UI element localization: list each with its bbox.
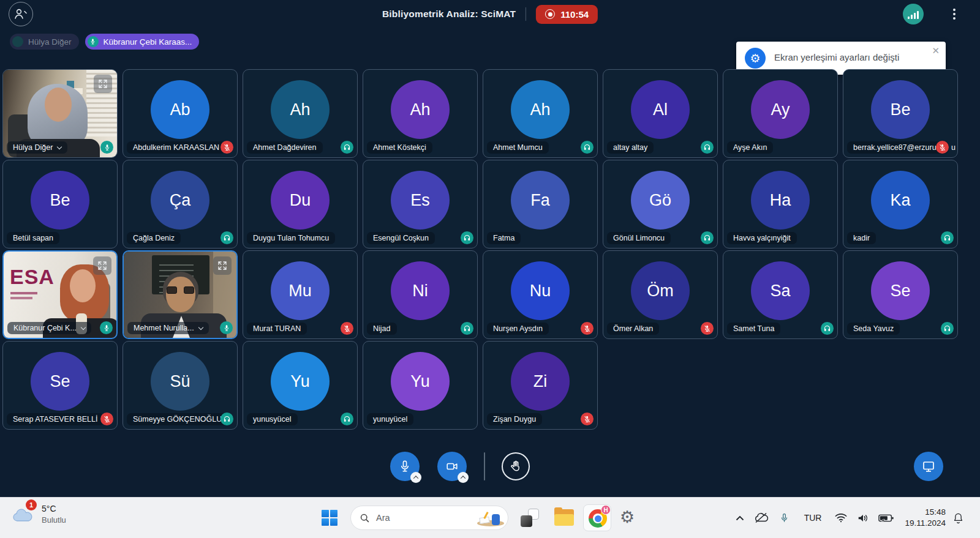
participant-tile[interactable]: DuDuygu Tulan Tohumcu — [243, 160, 358, 248]
chrome-app-button[interactable]: H — [583, 504, 611, 531]
camera-options-chevron[interactable] — [458, 472, 469, 483]
file-explorer-button[interactable] — [554, 509, 574, 526]
more-options-button[interactable] — [947, 6, 962, 22]
clock-date: 19.11.2024 — [905, 518, 946, 529]
participant-tile[interactable]: Yuyunusyücel — [243, 341, 358, 430]
participant-name: Ahmet Köstekçi — [367, 141, 432, 154]
participant-tile[interactable]: EsEsengül Coşkun — [363, 160, 478, 248]
participant-name: Kübranur Çebi K... — [7, 322, 91, 334]
participant-tile[interactable]: Yuyunuyücel — [363, 341, 478, 430]
participant-tile[interactable]: NiNijad — [363, 250, 478, 339]
tray-expand-button[interactable] — [731, 515, 749, 521]
wifi-tray-button[interactable] — [830, 513, 852, 523]
avatar-initials: Yu — [391, 352, 450, 411]
participants-panel-button[interactable] — [9, 2, 33, 26]
mic-off-icon — [341, 322, 353, 335]
recording-badge[interactable]: 110:54 — [536, 5, 598, 24]
volume-tray-button[interactable] — [852, 513, 874, 523]
start-button[interactable] — [322, 510, 337, 526]
language-indicator[interactable]: TUR — [796, 513, 831, 523]
participant-name: yunuyücel — [367, 413, 413, 425]
bell-icon — [953, 512, 963, 524]
participant-tile[interactable]: AhAhmet Dağdeviren — [243, 69, 358, 158]
participant-name: Nurşen Aysdın — [487, 323, 549, 335]
expand-button[interactable] — [94, 75, 112, 93]
mic-options-chevron[interactable] — [410, 472, 421, 483]
participant-name: yunusyücel — [247, 413, 298, 425]
participant-name: Ahmet Dağdeviren — [247, 141, 323, 154]
participant-tile[interactable]: ZiZişan Duygu — [483, 341, 598, 430]
participant-tile[interactable]: NuNurşen Aysdın — [483, 250, 598, 339]
mic-off-icon — [936, 141, 949, 154]
participant-tile[interactable]: SaSamet Tuna — [723, 250, 838, 339]
mic-in-use-tray-button[interactable] — [774, 512, 796, 524]
participant-name: Gönül Limoncu — [607, 232, 671, 244]
microphone-button[interactable] — [390, 452, 420, 481]
chevron-up-icon — [736, 515, 744, 521]
participant-tile[interactable]: BeBetül sapan — [2, 160, 118, 248]
speaker-pill-previous[interactable]: Hülya Diğer — [10, 34, 79, 50]
system-tray: TUR 15:48 19.11.2024 — [731, 498, 970, 538]
participant-tile[interactable]: ÖmÖmer Alkan — [603, 250, 718, 339]
cloud-slash-icon — [754, 512, 769, 523]
search-placeholder: Ara — [376, 513, 477, 523]
participant-tile[interactable]: Mehmet Nurulla... — [123, 250, 238, 339]
headphones-icon — [701, 231, 714, 244]
participant-name: berrak.yellice87@erzurum — [847, 141, 949, 154]
mic-off-icon — [581, 322, 594, 335]
participant-tile[interactable]: Kakadir — [843, 160, 958, 248]
battery-tray-button[interactable] — [874, 514, 899, 523]
participant-tile[interactable]: SeSerap ATASEVER BELLİ — [2, 341, 118, 430]
participant-name: Seda Yavuz — [847, 323, 900, 335]
top-bar: Bibliyometrik Analiz: SciMAT 110:54 — [0, 0, 980, 28]
participant-tile[interactable]: Alaltay altay — [603, 69, 718, 158]
headphones-icon — [341, 141, 353, 154]
participant-tile[interactable]: SüSümeyye GÖKÇENOĞLU — [123, 341, 238, 430]
participant-tile[interactable]: AyAyşe Akın — [723, 69, 838, 158]
notification-center-button[interactable] — [946, 512, 970, 524]
participant-tile[interactable]: ESAKübranur Çebi K... — [2, 250, 118, 339]
taskbar-search[interactable]: Ara — [350, 506, 508, 530]
windows-taskbar: 1 5°C Bulutlu Ara H ⚙ — [0, 497, 980, 538]
participant-tile[interactable]: FaFatma — [483, 160, 598, 248]
expand-button[interactable] — [213, 256, 232, 275]
speaking-mic-icon — [88, 36, 99, 47]
toast-close-button[interactable]: ✕ — [932, 45, 940, 56]
participant-tile[interactable]: MuMurat TURAN — [243, 250, 358, 339]
screen-share-button[interactable] — [914, 452, 943, 481]
title-divider — [526, 7, 526, 21]
avatar-initials: Zi — [511, 352, 570, 411]
connection-quality-button[interactable] — [903, 4, 924, 24]
participant-name-overflow: u — [951, 143, 956, 152]
participant-name: Murat TURAN — [247, 323, 307, 335]
windows-logo-icon — [322, 510, 329, 517]
raise-hand-button[interactable] — [502, 452, 530, 480]
avatar-initials: Ça — [151, 171, 209, 230]
participant-tile[interactable]: AhAhmet Mumcu — [483, 69, 598, 158]
participant-tile[interactable]: Beberrak.yellice87@erzurumu — [843, 69, 958, 158]
participant-tile[interactable]: AhAhmet Köstekçi — [363, 69, 478, 158]
onedrive-tray-button[interactable] — [749, 512, 774, 523]
camera-button[interactable] — [437, 452, 467, 481]
participant-name: Zişan Duygu — [487, 413, 542, 425]
settings-app-button[interactable]: ⚙ — [620, 506, 635, 528]
participant-name: Betül sapan — [7, 232, 59, 244]
taskbar-clock[interactable]: 15:48 19.11.2024 — [905, 507, 946, 529]
weather-widget[interactable]: 1 5°C Bulutlu — [11, 504, 66, 525]
search-daily-graphic — [477, 508, 504, 528]
expand-button[interactable] — [93, 256, 111, 275]
task-view-button[interactable] — [521, 509, 539, 527]
participant-tile[interactable]: SeSeda Yavuz — [843, 250, 958, 339]
participant-tile[interactable]: GöGönül Limoncu — [603, 160, 718, 248]
participant-tile[interactable]: ÇaÇağla Deniz — [123, 160, 238, 248]
participant-tile[interactable]: AbAbdulkerim KARAASLAN — [123, 69, 238, 158]
poster-text: ESA — [10, 265, 55, 289]
headphones-icon — [341, 413, 353, 425]
camera-icon — [445, 460, 459, 473]
avatar-initials: Be — [31, 171, 89, 230]
avatar-initials: Ni — [391, 261, 450, 320]
participant-tile[interactable]: Hülya Diğer — [2, 69, 118, 158]
participant-tile[interactable]: HaHavva yalçınyiğit — [723, 160, 838, 248]
speaker-pill-current[interactable]: Kübranur Çebi Karaas... — [85, 34, 200, 50]
mic-icon — [220, 321, 233, 334]
